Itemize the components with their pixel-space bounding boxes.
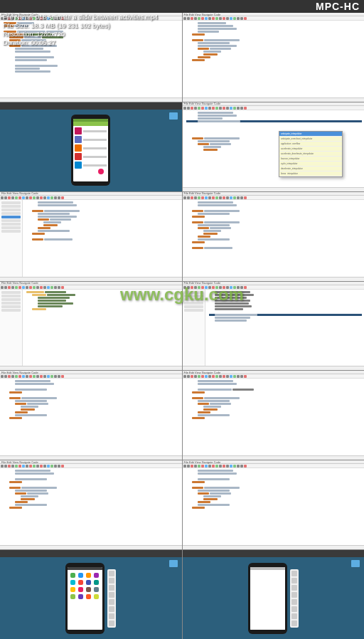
thumb-6: File Edit View Navigate Code: [183, 192, 365, 281]
player-title: MPC-HC: [316, 1, 360, 12]
phone-device: [71, 115, 110, 186]
thumb-14-emulator: [183, 550, 365, 639]
emulator-controls: [107, 569, 116, 628]
watermark: www.cgku.com: [120, 285, 244, 305]
emulator-titlebar: [0, 102, 182, 110]
info-duration: 00:05:27: [31, 39, 55, 46]
file-info-overlay: File Name: 018 Animate a slide between a…: [3, 13, 158, 47]
thumbnail-grid: File Edit View Navigate Code: [0, 13, 364, 639]
thumb-10: File Edit View Navigate Code: [183, 371, 365, 460]
thumb-3-emulator: [0, 102, 182, 191]
autocomplete-popup: anticipate_interpolator anticipate_overs…: [279, 131, 343, 177]
player-titlebar: MPC-HC: [0, 0, 364, 13]
info-filesize: 18.3 MB (19 231 102 bytes): [31, 22, 110, 29]
thumb-12: File Edit View Navigate Code: [183, 460, 365, 549]
thumb-2: File Edit View Navigate Code: [183, 13, 365, 102]
desktop-folder-icon: [169, 112, 178, 120]
app-drawer: [69, 571, 101, 601]
app-blank-screen: [250, 570, 285, 630]
thumb-4: File Edit View Navigate Code: [183, 102, 365, 191]
thumb-11: File Edit View Navigate Code: [0, 460, 182, 549]
thumb-9: File Edit View Navigate Code: [0, 371, 182, 460]
project-tree: [0, 200, 23, 277]
info-filename: 018 Animate a slide between activities.m…: [36, 14, 158, 21]
thumb-5: File Edit View Navigate Code: [0, 192, 182, 281]
info-resolution: 1280x720: [37, 31, 65, 38]
thumb-13-emulator: [0, 550, 182, 639]
